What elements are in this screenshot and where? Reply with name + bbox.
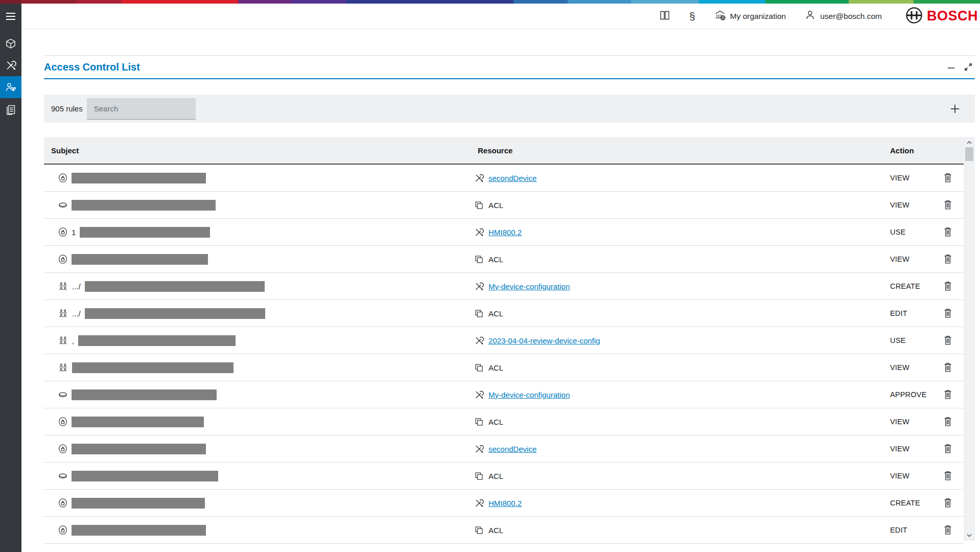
- delete-rule-button[interactable]: [943, 172, 953, 183]
- action-label: VIEW: [890, 255, 909, 263]
- action-cell: CREATE: [886, 497, 964, 509]
- delete-rule-button[interactable]: [943, 281, 953, 292]
- resource-link[interactable]: secondDevice: [488, 445, 536, 453]
- subject-lock-icon: [58, 444, 67, 453]
- delete-rule-button[interactable]: [943, 199, 953, 211]
- delete-rule-button[interactable]: [943, 416, 953, 427]
- table-row: My-device-configuration APPROVE: [44, 381, 964, 408]
- resource-cell: My-device-configuration: [474, 282, 886, 291]
- bosch-logo[interactable]: BOSCH: [905, 7, 978, 26]
- action-cell: VIEW: [886, 416, 964, 427]
- resource-link[interactable]: My-device-configuration: [488, 282, 570, 291]
- user-menu[interactable]: user@bosch.com: [804, 9, 882, 23]
- delete-rule-button[interactable]: [943, 308, 953, 319]
- table-body: secondDevice VIEW: [44, 165, 964, 544]
- resource-link[interactable]: HMI800.2: [488, 228, 522, 237]
- action-cell: CREATE: [886, 281, 964, 292]
- sidebar-item-logs[interactable]: [0, 98, 21, 120]
- delete-rule-button[interactable]: [943, 335, 953, 346]
- resource-cell: HMI800.2: [474, 498, 886, 508]
- sidebar-item-things[interactable]: [0, 32, 21, 54]
- table-row: secondDevice VIEW: [44, 435, 964, 463]
- table-row: ACL EDIT: [44, 517, 964, 544]
- resource-label: ACL: [488, 255, 503, 264]
- table-row: ACL VIEW: [44, 354, 964, 381]
- device-tools-icon: [474, 282, 484, 291]
- resource-cell: ACL: [474, 363, 886, 373]
- rules-count-label: 905 rules: [51, 104, 83, 113]
- subject-cell: ,: [51, 335, 474, 346]
- delete-rule-button[interactable]: [943, 443, 953, 454]
- action-label: VIEW: [890, 445, 909, 453]
- action-label: EDIT: [890, 309, 907, 317]
- add-rule-button[interactable]: [949, 103, 961, 114]
- resource-label: ACL: [488, 201, 503, 210]
- paragraph-icon: §: [689, 11, 695, 21]
- subject-cell: .../: [51, 281, 474, 292]
- minimize-panel-button[interactable]: [946, 62, 956, 72]
- action-cell: EDIT: [886, 524, 964, 536]
- table-row: ACL VIEW: [44, 463, 964, 490]
- action-cell: VIEW: [886, 254, 964, 265]
- delete-rule-button[interactable]: [943, 362, 953, 373]
- redacted-subject-bar: [85, 281, 265, 292]
- delete-rule-button[interactable]: [943, 254, 953, 265]
- subject-lock-icon: [58, 417, 67, 426]
- device-tools-icon: [474, 390, 484, 400]
- device-tools-icon: [474, 444, 484, 454]
- bosch-anchor-icon: [905, 7, 923, 26]
- action-label: VIEW: [890, 174, 909, 182]
- vertical-scrollbar[interactable]: [964, 137, 975, 541]
- delete-rule-button[interactable]: [943, 497, 953, 509]
- table-row: .../ ACL EDIT: [44, 300, 964, 327]
- tools-icon: [5, 60, 16, 71]
- organization-menu[interactable]: My organization: [714, 9, 786, 24]
- scroll-up-icon[interactable]: [964, 140, 975, 145]
- sidebar-item-access-control[interactable]: [0, 76, 21, 98]
- action-cell: VIEW: [886, 443, 964, 454]
- hamburger-menu-button[interactable]: [0, 4, 21, 29]
- action-cell: EDIT: [886, 308, 964, 319]
- sidebar: [0, 4, 21, 552]
- resource-cell: ACL: [474, 471, 886, 481]
- resource-cell: secondDevice: [474, 173, 886, 183]
- action-cell: VIEW: [886, 362, 964, 373]
- acl-panel: Access Control List 905 rules: [44, 55, 975, 544]
- sidebar-item-devices[interactable]: [0, 54, 21, 76]
- subject-lock-icon: [58, 227, 67, 237]
- app-root: § My organization user@bosch.com: [0, 0, 980, 552]
- subject-cell: [51, 471, 474, 481]
- action-label: VIEW: [890, 201, 909, 209]
- delete-rule-button[interactable]: [943, 226, 953, 238]
- expand-panel-button[interactable]: [963, 61, 974, 73]
- bosch-supergraphic-strip: [0, 0, 980, 4]
- delete-rule-button[interactable]: [943, 524, 953, 536]
- open-book-icon: [659, 9, 671, 24]
- subject-prefix: .../: [72, 309, 81, 318]
- resource-cell: secondDevice: [474, 444, 886, 454]
- action-cell: VIEW: [886, 172, 964, 183]
- resource-cell: 2023-04-04-review-device-config: [474, 336, 886, 346]
- scroll-down-icon[interactable]: [964, 533, 975, 538]
- user-email-label: user@bosch.com: [820, 12, 882, 21]
- search-input[interactable]: [87, 98, 196, 120]
- resource-link[interactable]: 2023-04-04-review-device-config: [488, 336, 600, 345]
- resource-link[interactable]: HMI800.2: [488, 499, 522, 508]
- redacted-subject-bar: [72, 498, 205, 509]
- cube-icon: [5, 38, 16, 49]
- resource-cell: My-device-configuration: [474, 390, 886, 400]
- subject-lock-icon: [58, 173, 67, 182]
- legal-button[interactable]: §: [689, 11, 695, 21]
- delete-rule-button[interactable]: [943, 470, 953, 481]
- documentation-button[interactable]: [659, 9, 671, 24]
- panel-titlebar: Access Control List: [44, 55, 975, 79]
- action-cell: VIEW: [886, 199, 964, 211]
- resource-link[interactable]: secondDevice: [488, 174, 536, 182]
- scrollbar-thumb[interactable]: [965, 147, 973, 161]
- delete-rule-button[interactable]: [943, 389, 953, 400]
- table-row: ACL VIEW: [44, 192, 964, 219]
- acl-copy-icon: [474, 309, 484, 318]
- resource-link[interactable]: My-device-configuration: [488, 390, 570, 399]
- action-label: USE: [890, 336, 905, 344]
- acl-copy-icon: [474, 525, 484, 535]
